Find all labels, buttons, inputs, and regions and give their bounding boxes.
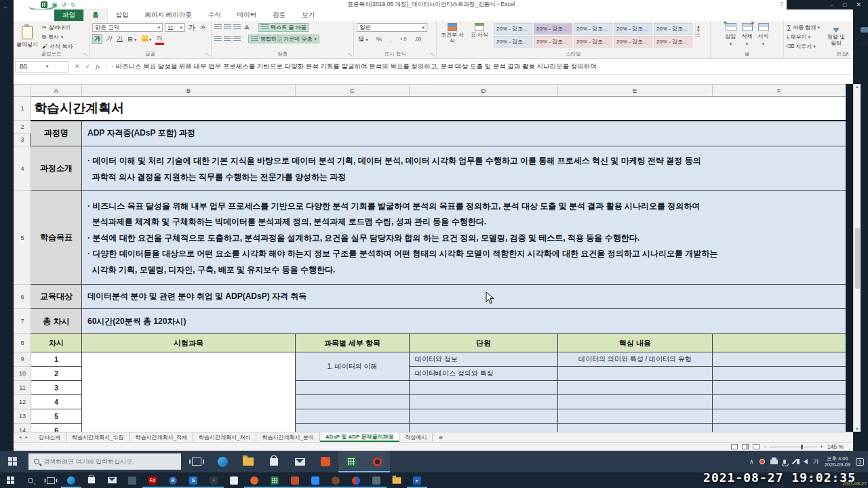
unit-cell[interactable]: 데이터와 정보	[410, 352, 558, 367]
extra-cell[interactable]	[713, 395, 846, 409]
shrink-font-button[interactable]: 가	[199, 24, 207, 31]
font-family-select[interactable]: 맑은 고딕▾	[92, 23, 163, 32]
s-app-button[interactable]: S	[183, 472, 203, 488]
increase-decimal-button[interactable]: +.0	[399, 37, 408, 41]
meeting-app-button[interactable]	[305, 472, 326, 488]
align-left-icon[interactable]	[214, 36, 222, 42]
row-header[interactable]: 5	[14, 191, 31, 285]
session-no-cell[interactable]: 3	[31, 381, 82, 395]
notepad-button[interactable]	[224, 472, 244, 488]
accounting-format-button[interactable]: 🖫 ▾	[357, 36, 370, 43]
underline-button[interactable]: 가	[115, 35, 124, 43]
extra-cell[interactable]	[713, 409, 846, 424]
fill-color-button[interactable]: ▾	[140, 35, 153, 43]
notification-center-icon[interactable]: 3	[856, 458, 864, 466]
session-no-cell[interactable]: 4	[31, 395, 82, 409]
flash-app-button[interactable]: ⚡	[203, 472, 224, 488]
target-label-cell[interactable]: 교육대상	[31, 285, 82, 309]
col-header-a[interactable]: A	[31, 85, 82, 97]
insert-function-icon[interactable]: fx	[96, 63, 100, 70]
conditional-formatting-button[interactable]: 조건부 서식	[439, 23, 465, 45]
row-header[interactable]: 8	[14, 334, 31, 352]
recorder-taskbar-button[interactable]	[364, 451, 390, 472]
chrome-like-button[interactable]	[244, 472, 264, 488]
start-button[interactable]	[0, 451, 26, 472]
number-format-select[interactable]: 일반▾	[357, 23, 427, 32]
align-center-icon[interactable]	[224, 36, 231, 42]
cut-button[interactable]: ✂ 잘라내기	[42, 23, 73, 32]
outer-edge-button[interactable]	[61, 472, 81, 488]
sheet-tab-collect[interactable]: 학습시간계획서_수집	[66, 432, 130, 442]
unit-cell[interactable]: 데이터베이스 정의와 특징	[410, 367, 558, 381]
prev-sheet-icon[interactable]: ◂	[19, 434, 22, 440]
clipboard-dialog-launcher[interactable]: ⤡	[83, 52, 87, 58]
tray-clock[interactable]: 오후 4:06 2020-09-09	[825, 455, 850, 468]
select-all-corner[interactable]	[14, 85, 31, 97]
row-header[interactable]: 7	[14, 309, 31, 334]
office-app-button[interactable]	[313, 451, 338, 472]
align-middle-icon[interactable]	[224, 24, 231, 30]
alignment-dialog-launcher[interactable]: ⤡	[348, 52, 352, 58]
sheet-tab-process[interactable]: 학습시간계획서_처리	[193, 432, 256, 442]
outer-start-button[interactable]	[0, 472, 20, 488]
sheet-tab-analysis[interactable]: 학습시간계획서_분석	[256, 432, 319, 442]
session-no-cell[interactable]: 5	[31, 409, 82, 424]
style-chip[interactable]: 20% - 강조...	[614, 23, 652, 35]
minimize-button[interactable]: –	[830, 1, 833, 8]
percent-button[interactable]: %	[375, 36, 383, 43]
filezilla-button[interactable]: Fz	[142, 472, 163, 488]
table-header-extra[interactable]	[713, 334, 846, 352]
row-header[interactable]: 13	[14, 409, 31, 424]
unit-cell[interactable]	[410, 395, 558, 409]
gallery-more-icon[interactable]: ☰	[696, 33, 701, 37]
extra-cell[interactable]	[713, 367, 846, 381]
style-chip[interactable]: 20% - 강조...	[494, 23, 532, 35]
table-header-subject[interactable]: 시험과목	[82, 334, 296, 352]
unit-cell[interactable]	[410, 424, 558, 432]
scroll-up-icon[interactable]: ▲	[855, 85, 859, 89]
tab-formulas[interactable]: 수식	[200, 9, 229, 21]
insert-cells-button[interactable]: 삽입 ▾	[726, 23, 736, 47]
outer-store-button[interactable]	[81, 472, 102, 488]
sheet-nav[interactable]: ◂ ▸	[14, 432, 33, 442]
course-intro-label-cell[interactable]: 과정소개	[31, 146, 82, 191]
help-button[interactable]: ?	[780, 1, 783, 7]
extra-cell[interactable]	[713, 424, 846, 432]
close-button[interactable]: ✕	[856, 1, 861, 8]
detail-cell[interactable]: 1. 데이터의 이해	[296, 352, 410, 381]
task-view-button[interactable]	[184, 451, 210, 472]
row-header[interactable]: 6	[14, 285, 31, 309]
extra-cell[interactable]	[713, 381, 846, 395]
bold-button[interactable]: 가	[92, 34, 102, 44]
page-layout-view-icon[interactable]	[742, 444, 749, 449]
styles-gallery-scroll[interactable]: ▲ ▼ ☰	[695, 23, 701, 39]
font-size-select[interactable]: 11▾	[165, 23, 185, 32]
target-value-cell[interactable]: 데이터분석 분야 및 관련 분야 취업 및 ADP(ADsP) 자격 취득	[82, 285, 846, 309]
media-player-button[interactable]: ▸	[407, 472, 427, 488]
table-header-session[interactable]: 차시	[31, 334, 82, 352]
row-header[interactable]: 4	[14, 146, 31, 191]
page-break-view-icon[interactable]	[753, 444, 760, 449]
sheet-tab-load[interactable]: 학습시간계획서_적재	[130, 432, 193, 442]
ime-korean-indicator[interactable]: 가	[813, 458, 819, 466]
zoom-thumb[interactable]	[801, 445, 803, 449]
style-chip[interactable]: 20% - 강조...	[654, 23, 692, 35]
add-sheet-icon[interactable]: ⊕	[433, 432, 448, 442]
style-chip[interactable]: 20% - 강조...	[534, 23, 572, 35]
detail-cell[interactable]	[296, 409, 410, 424]
cancel-icon[interactable]: ✕	[75, 63, 80, 70]
phone-link-button[interactable]	[122, 472, 142, 488]
style-chip[interactable]: 20% - 강조...	[574, 36, 612, 47]
taskbar-search[interactable]	[28, 453, 181, 470]
borders-button[interactable]: ⊞ ▾	[126, 36, 138, 43]
scrollbar-thumb[interactable]	[855, 228, 860, 289]
detail-cell[interactable]	[296, 395, 410, 409]
session-no-cell[interactable]: 1	[31, 352, 82, 367]
back-arrow-icon[interactable]: ←	[3, 3, 9, 10]
row-header[interactable]: 1	[14, 97, 31, 121]
grow-font-button[interactable]: 가	[187, 23, 197, 33]
store-button[interactable]	[261, 451, 287, 472]
style-chip[interactable]: 20% - 강조...	[494, 36, 532, 47]
core-cell[interactable]	[558, 395, 713, 409]
learning-goals-label-cell[interactable]: 학습목표	[31, 191, 82, 285]
